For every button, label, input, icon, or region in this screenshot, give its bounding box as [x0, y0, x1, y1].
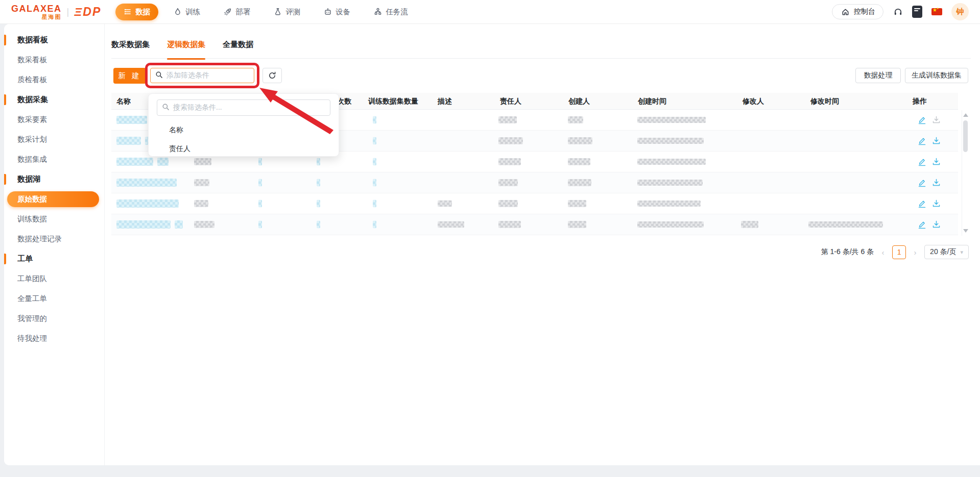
download-icon[interactable] [932, 116, 941, 124]
table-row[interactable] [111, 193, 958, 214]
dropdown-options: 名称责任人 [149, 120, 339, 158]
redacted-cell [568, 116, 583, 123]
tab-数采数据集[interactable]: 数采数据集 [111, 40, 150, 60]
prev-page-button[interactable]: ‹ [880, 248, 886, 257]
column-header-修改人: 修改人 [743, 97, 764, 106]
redacted-cell [194, 179, 209, 186]
home-icon [840, 7, 850, 17]
nav-item-数据[interactable]: 数据 [115, 4, 158, 20]
tab-全量数据[interactable]: 全量数据 [223, 40, 253, 60]
sidebar-item-质检看板[interactable]: 质检看板 [4, 70, 104, 90]
sidebar-item-训练数据[interactable]: 训练数据 [4, 209, 104, 229]
download-icon[interactable] [932, 137, 941, 145]
next-page-button[interactable]: › [912, 248, 918, 257]
data-process-button[interactable]: 数据处理 [855, 68, 901, 83]
dropdown-search-placeholder: 搜索筛选条件... [173, 103, 222, 112]
nav-item-设备[interactable]: 设备 [316, 4, 358, 20]
redacted-cell [373, 179, 376, 187]
edit-icon[interactable] [918, 179, 926, 187]
sidebar-item-工单团队[interactable]: 工单团队 [4, 269, 104, 289]
console-label: 控制台 [854, 7, 875, 16]
download-icon[interactable] [932, 220, 941, 229]
sidebar-item-数据看板: 数据看板 [4, 30, 104, 50]
page-size-select[interactable]: 20 条/页 ▾ [924, 245, 969, 259]
redacted-cell [317, 221, 320, 229]
redacted-cell [116, 220, 171, 229]
redacted-cell [373, 200, 376, 208]
download-icon[interactable] [932, 199, 941, 208]
sidebar-item-全量工单[interactable]: 全量工单 [4, 289, 104, 309]
filter-option-名称[interactable]: 名称 [149, 120, 339, 139]
support-headset-icon[interactable] [893, 7, 903, 17]
scrollbar-thumb[interactable] [963, 120, 968, 152]
redacted-cell [498, 137, 523, 144]
workflow-icon [374, 8, 382, 16]
dropdown-search-input[interactable]: 搜索筛选条件... [157, 99, 330, 116]
sidebar-item-数采计划[interactable]: 数采计划 [4, 130, 104, 149]
sidebar-item-原始数据[interactable]: 原始数据 [7, 191, 99, 207]
sidebar-item-数据处理记录[interactable]: 数据处理记录 [4, 229, 104, 249]
redacted-cell [258, 221, 262, 229]
pagination: 第 1-6 条/共 6 条 ‹ 1 › 20 条/页 ▾ [821, 245, 969, 259]
current-page-button[interactable]: 1 [892, 245, 906, 259]
generate-training-dataset-button[interactable]: 生成训练数据集 [905, 68, 968, 83]
edit-icon[interactable] [918, 137, 926, 145]
redacted-cell [157, 158, 169, 166]
logo: GALAXEA 星海图 | ΞDP [11, 4, 101, 20]
redacted-cell [194, 158, 211, 165]
redacted-cell [498, 158, 521, 165]
table-scrollbar[interactable] [962, 110, 969, 236]
nav-item-训练[interactable]: 训练 [165, 4, 208, 20]
redacted-cell [637, 138, 704, 144]
filter-option-责任人[interactable]: 责任人 [149, 139, 339, 158]
sidebar-item-待我处理[interactable]: 待我处理 [4, 329, 104, 348]
topbar-right: 控制台 ★★ 钟 [832, 3, 969, 20]
top-navbar: GALAXEA 星海图 | ΞDP 数据训练部署评测设备任务流 控制台 ★★ 钟 [0, 0, 980, 24]
refresh-button[interactable] [262, 68, 282, 83]
edit-icon[interactable] [918, 199, 926, 208]
download-icon[interactable] [932, 158, 941, 166]
column-header-操作: 操作 [913, 97, 927, 106]
redacted-cell [741, 221, 758, 228]
sidebar-item-数采要素[interactable]: 数采要素 [4, 110, 104, 130]
sidebar-item-我管理的[interactable]: 我管理的 [4, 309, 104, 329]
language-flag-icon[interactable]: ★★ [931, 8, 942, 15]
redacted-cell [258, 200, 262, 208]
filter-search-input[interactable]: 添加筛选条件 [150, 68, 254, 83]
sidebar-item-数据集成[interactable]: 数据集成 [4, 149, 104, 169]
sidebar-item-数采看板[interactable]: 数采看板 [4, 50, 104, 70]
edit-icon[interactable] [918, 158, 926, 166]
edit-icon[interactable] [918, 220, 926, 229]
nav-item-评测[interactable]: 评测 [266, 4, 308, 20]
redacted-cell [498, 221, 521, 228]
edit-icon[interactable] [918, 116, 926, 124]
redacted-cell [258, 158, 262, 166]
scrollbar-down-arrow[interactable] [963, 229, 968, 233]
redacted-cell [317, 158, 320, 166]
page-size-value: 20 条/页 [930, 247, 956, 257]
table-row[interactable] [111, 172, 958, 193]
column-header-修改时间: 修改时间 [810, 97, 839, 106]
console-button[interactable]: 控制台 [832, 4, 883, 19]
dataset-tabs: 数采数据集逻辑数据集全量数据 [111, 40, 253, 60]
redacted-cell [568, 137, 592, 144]
download-icon[interactable] [932, 179, 941, 187]
nav-item-label: 数据 [135, 7, 150, 17]
nav-item-label: 设备 [336, 7, 350, 17]
flask-icon [274, 8, 282, 16]
redacted-cell [637, 221, 704, 228]
redacted-cell [637, 200, 701, 207]
user-avatar[interactable]: 钟 [951, 3, 969, 20]
nav-item-部署[interactable]: 部署 [216, 4, 258, 20]
nav-item-任务流[interactable]: 任务流 [366, 4, 416, 20]
docs-book-icon[interactable] [912, 7, 922, 17]
nav-item-label: 部署 [235, 7, 250, 17]
brand-logo: GALAXEA 星海图 [11, 4, 62, 20]
new-button[interactable]: 新 建 [113, 68, 146, 84]
tab-逻辑数据集[interactable]: 逻辑数据集 [167, 40, 205, 60]
scrollbar-up-arrow[interactable] [963, 113, 968, 117]
search-icon [162, 103, 170, 112]
redacted-cell [258, 179, 262, 187]
database-icon [124, 8, 132, 16]
table-row[interactable] [111, 214, 958, 235]
